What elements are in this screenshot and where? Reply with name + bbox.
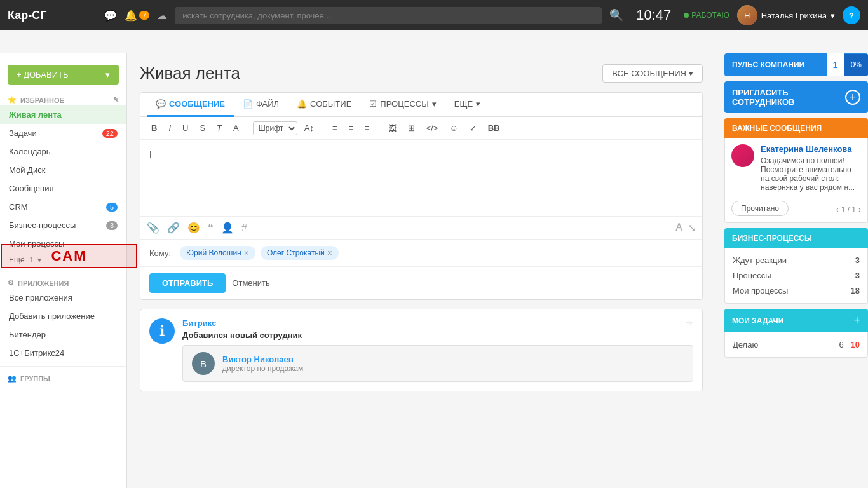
invite-button[interactable]: ПРИГЛАСИТЬ СОТРУДНИКОВ + — [724, 81, 868, 113]
tab-processes[interactable]: ☑ ПРОЦЕССЫ ▾ — [360, 93, 445, 117]
sidebar: + ДОБАВИТЬ▾ ⭐ ИЗБРАННОЕ ✎ Живая лента За… — [0, 53, 127, 488]
important-row: Екатерина Шеленкова Озадачимся по полной… — [731, 144, 861, 197]
crm-badge: 5 — [106, 203, 118, 212]
bp-section-label: БИЗНЕС-ПРОЦЕССЫ — [732, 234, 812, 243]
underline-button[interactable]: U — [178, 121, 193, 135]
sidebar-item-all-apps[interactable]: Все приложения — [0, 288, 126, 307]
tasks-row-0[interactable]: Делаю 6 10 — [733, 337, 860, 352]
list-ordered-button[interactable]: ≡ — [328, 121, 342, 135]
sidebar-item-crm[interactable]: CRM 5 — [0, 198, 126, 216]
current-time: 10:47 — [636, 7, 671, 24]
important-avatar — [731, 144, 754, 167]
pulse-label: ПУЛЬС КОМПАНИИ — [724, 54, 827, 76]
bp-badge: 3 — [106, 221, 118, 230]
tag-icon[interactable]: # — [241, 222, 247, 234]
file-tab-icon: 📄 — [243, 99, 253, 109]
code-button[interactable]: </> — [422, 121, 443, 135]
work-status[interactable]: РАБОТАЮ — [684, 11, 729, 20]
image-button[interactable]: 🖼 — [384, 121, 401, 135]
sidebar-item-feed[interactable]: Живая лента — [0, 105, 126, 124]
cancel-button[interactable]: Отменить — [232, 278, 269, 288]
search-icon[interactable]: 🔍 — [609, 8, 623, 22]
all-messages-button[interactable]: ВСЕ СООБЩЕНИЯ ▾ — [602, 64, 703, 83]
send-button[interactable]: ОТПРАВИТЬ — [149, 273, 226, 293]
bold-button[interactable]: B — [147, 121, 161, 135]
list-unordered-button[interactable]: ≡ — [344, 121, 358, 135]
event-tab-icon: 🔔 — [297, 99, 307, 109]
sidebar-item-disk[interactable]: Мой Диск — [0, 161, 126, 179]
invite-label: ПРИГЛАСИТЬ СОТРУДНИКОВ — [732, 88, 845, 107]
sidebar-item-1c[interactable]: 1С+Битрикс24 — [0, 344, 126, 362]
star-button[interactable]: ☆ — [686, 318, 693, 328]
tab-event[interactable]: 🔔 СОБЫТИЕ — [288, 93, 360, 117]
attach-icon[interactable]: 📎 — [147, 222, 159, 234]
next-page-icon[interactable]: › — [858, 205, 861, 214]
important-content: Екатерина Шеленкова Озадачимся по полной… — [761, 144, 861, 197]
tab-message[interactable]: 💬 СООБЩЕНИЕ — [147, 93, 234, 117]
user-dropdown-icon: ▾ — [831, 11, 835, 20]
mention-icon[interactable]: 👤 — [221, 222, 234, 234]
important-user[interactable]: Екатерина Шеленкова — [761, 144, 861, 154]
read-button[interactable]: Прочитано — [731, 201, 789, 216]
feed-sub-card: В Виктор Николаев директор по продажам — [182, 345, 693, 382]
text-format-icon[interactable]: A — [675, 222, 682, 234]
remove-recipient-1[interactable]: × — [327, 248, 332, 258]
bp-section-header: БИЗНЕС-ПРОЦЕССЫ — [724, 228, 868, 248]
sidebar-item-bitender[interactable]: Битендер — [0, 325, 126, 344]
sidebar-item-calendar[interactable]: Календарь — [0, 142, 126, 161]
user-profile[interactable]: Н Наталья Грихина ▾ — [737, 5, 835, 25]
font-size-button[interactable]: A↕ — [300, 121, 318, 135]
expand-icon[interactable]: ⤡ — [688, 222, 696, 234]
sidebar-item-bp[interactable]: Бизнес-процессы 3 — [0, 216, 126, 234]
sidebar-item-messages[interactable]: Сообщения — [0, 179, 126, 198]
messages-icon[interactable]: 💬 — [104, 10, 117, 22]
feed-sub-name[interactable]: Виктор Николаев — [222, 355, 303, 364]
page-indicator: 1 / 1 — [841, 205, 856, 214]
color-button[interactable]: A — [229, 121, 243, 135]
fullscreen-button[interactable]: ⤢ — [465, 121, 481, 135]
prev-page-icon[interactable]: ‹ — [836, 205, 839, 214]
pagination: ‹ 1 / 1 › — [836, 205, 861, 214]
font-selector[interactable]: Шрифт — [253, 121, 297, 135]
tab-file[interactable]: 📄 ФАЙЛ — [234, 93, 288, 117]
remove-recipient-0[interactable]: × — [244, 248, 249, 258]
help-button[interactable]: ? — [843, 6, 860, 24]
recipient-tag-1[interactable]: Олег Строкатый × — [261, 246, 339, 260]
feed-title: Добавился новый сотрудник — [182, 330, 693, 340]
italic2-button[interactable]: T — [212, 121, 226, 135]
align-button[interactable]: ≡ — [360, 121, 374, 135]
to-label: Кому: — [149, 248, 175, 258]
strikethrough-button[interactable]: S — [195, 121, 210, 135]
bp-label-0: Ждут реакции — [733, 255, 787, 265]
notif-count: 7 — [139, 11, 149, 20]
tasks-badge: 22 — [102, 129, 118, 138]
apps-section: ⚙ ПРИЛОЖЕНИЯ — [0, 275, 126, 288]
bp-row-2[interactable]: Мои процессы 18 — [733, 283, 860, 298]
italic-button[interactable]: I — [164, 121, 175, 135]
bp-row-1[interactable]: Процессы 3 — [733, 268, 860, 283]
emoji-button[interactable]: ☺ — [445, 121, 462, 135]
cloud-icon[interactable]: ☁ — [157, 10, 167, 22]
composer-text-area[interactable]: | — [140, 140, 702, 216]
pulse-widget[interactable]: ПУЛЬС КОМПАНИИ 1 0% — [724, 53, 868, 76]
feed-content-0: Битрикс ☆ Добавился новый сотрудник В Ви… — [182, 318, 693, 382]
tab-more[interactable]: ЕЩЁ ▾ — [445, 93, 490, 117]
feed-sub-role: директор по продажам — [222, 364, 303, 373]
site-logo: Кар-СГ — [8, 9, 97, 22]
sidebar-item-add-app[interactable]: Добавить приложение — [0, 307, 126, 325]
add-button[interactable]: + ДОБАВИТЬ▾ — [8, 65, 119, 85]
bb-button[interactable]: BB — [484, 121, 505, 135]
table-button[interactable]: ⊞ — [403, 121, 419, 135]
global-search-input[interactable] — [175, 7, 602, 24]
sidebar-item-tasks[interactable]: Задачи 22 — [0, 124, 126, 142]
recipient-tag-0[interactable]: Юрий Волошин × — [180, 246, 255, 260]
link-icon[interactable]: 🔗 — [167, 222, 180, 234]
quote-icon[interactable]: ❝ — [208, 222, 214, 234]
bp-num-1: 3 — [855, 271, 860, 280]
sticker-icon[interactable]: 😊 — [187, 222, 200, 234]
bp-row-0[interactable]: Ждут реакции 3 — [733, 253, 860, 268]
composer-footer-right: A ⤡ — [675, 222, 696, 234]
bp-label-2: Мои процессы — [733, 286, 788, 295]
notifications-badge[interactable]: 🔔 7 — [125, 10, 149, 22]
add-task-icon[interactable]: + — [853, 314, 860, 327]
